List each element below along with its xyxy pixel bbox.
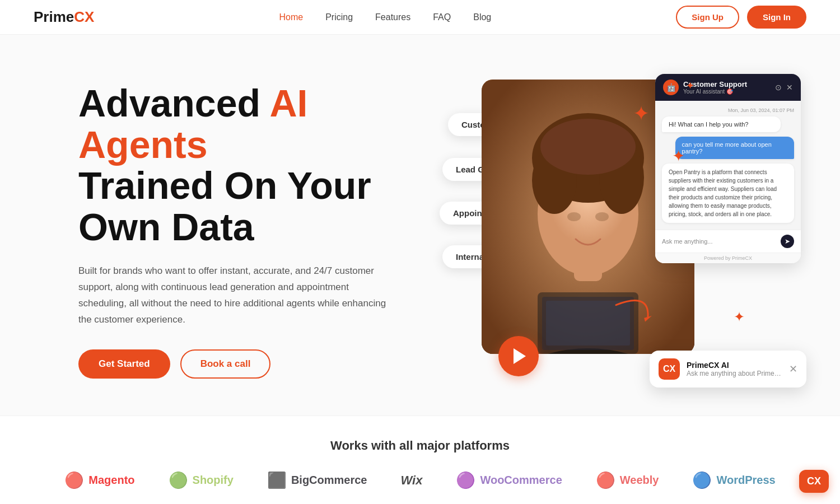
hero-description: Built for brands who want to offer insta… [78, 263, 392, 328]
bottom-chat-close-icon[interactable]: ✕ [789, 363, 797, 375]
nav-faq[interactable]: FAQ [433, 12, 451, 22]
chat-expand-icon[interactable]: ⊙ [775, 83, 782, 92]
get-started-button[interactable]: Get Started [78, 349, 170, 379]
nav-pricing[interactable]: Pricing [325, 12, 353, 22]
svg-point-8 [567, 212, 581, 221]
hero-section: Advanced AI Agents Trained On Your Own D… [0, 35, 840, 416]
chat-input-area[interactable]: Ask me anything... ➤ [655, 230, 801, 253]
sparkle-2: ✦ [686, 80, 694, 92]
platforms-title: Works with all major platforms [34, 438, 806, 453]
hero-ctas: Get Started Book a call [78, 349, 414, 379]
platform-magento: 🔴 Magento [64, 471, 134, 489]
svg-point-9 [595, 212, 609, 221]
logo-cx: CX [74, 8, 94, 26]
bottom-chat-brand: CX [663, 364, 675, 374]
chat-header-icons: ⊙ ✕ [775, 83, 793, 92]
play-button[interactable] [498, 336, 539, 376]
hero-title-line2: Trained On Your Own Data [78, 164, 371, 248]
platform-bigcommerce: ⬛ BigCommerce [267, 471, 367, 489]
platforms-section: Works with all major platforms 🔴 Magento… [0, 416, 840, 504]
chat-widget: 🤖 Customer Support Your AI assistant 🎯 ⊙… [655, 74, 801, 263]
cx-badge[interactable]: CX [799, 470, 829, 493]
platforms-logos: 🔴 Magento 🟢 Shopify ⬛ BigCommerce Wix 🟣 … [34, 471, 806, 504]
bottom-chat-avatar: CX [659, 358, 680, 380]
platform-shopify: 🟢 Shopify [169, 471, 234, 489]
platform-weebly: 🔴 Weebly [596, 471, 659, 489]
platform-wordpress: 🔵 WordPress [692, 471, 775, 489]
hero-title-normal: Advanced [78, 82, 269, 124]
hero-left: Advanced AI Agents Trained On Your Own D… [78, 83, 437, 378]
nav-features[interactable]: Features [375, 12, 410, 22]
bottom-chat-text: PrimeCX AI Ask me anything about Prime… [687, 361, 781, 377]
signup-button[interactable]: Sign Up [676, 6, 739, 29]
nav-actions: Sign Up Sign In [676, 6, 806, 29]
sparkle-4: ✦ [672, 147, 685, 165]
platform-woocommerce: 🟣 WooCommerce [456, 471, 562, 489]
chat-bubble-1: can you tell me more about open pantry? [675, 137, 794, 159]
chat-avatar: 🤖 [663, 80, 679, 95]
hero-title: Advanced AI Agents Trained On Your Own D… [78, 83, 414, 248]
chat-close-icon[interactable]: ✕ [786, 83, 793, 92]
chat-powered-by: Powered by PrimeCX [655, 253, 801, 263]
sparkle-3: ✦ [734, 309, 745, 325]
chat-bubble-0: Hi! What can I help you with? [662, 116, 781, 132]
chat-messages: Mon, Jun 03, 2024, 01:07 PM Hi! What can… [655, 101, 801, 230]
nav-home[interactable]: Home [279, 12, 303, 22]
logo-prime: Prime [34, 8, 74, 26]
platform-wix: Wix [401, 473, 423, 488]
nav-blog[interactable]: Blog [473, 12, 491, 22]
navbar: Prime CX Home Pricing Features FAQ Blog … [0, 0, 840, 35]
svg-point-7 [540, 119, 636, 175]
nav-links: Home Pricing Features FAQ Blog [279, 12, 491, 22]
hero-right: Customer Support Lead Generation Appoint… [437, 68, 806, 393]
chat-send-button[interactable]: ➤ [781, 235, 794, 248]
chat-timestamp: Mon, Jun 03, 2024, 01:07 PM [662, 108, 794, 113]
bottom-chat-subtitle: Ask me anything about Prime… [687, 370, 781, 377]
chat-input-placeholder: Ask me anything... [662, 238, 713, 245]
sparkle-1: ✦ [633, 102, 650, 125]
bottom-chat-title: PrimeCX AI [687, 361, 781, 370]
logo[interactable]: Prime CX [34, 8, 94, 26]
chat-bubble-2: Open Pantry is a platform that connects … [662, 164, 794, 223]
bottom-chat-widget[interactable]: CX PrimeCX AI Ask me anything about Prim… [650, 351, 806, 388]
chat-header: 🤖 Customer Support Your AI assistant 🎯 ⊙… [655, 74, 801, 101]
chat-header-left: 🤖 Customer Support Your AI assistant 🎯 [663, 80, 747, 95]
signin-button[interactable]: Sign In [747, 6, 806, 29]
book-call-button[interactable]: Book a call [180, 349, 271, 379]
